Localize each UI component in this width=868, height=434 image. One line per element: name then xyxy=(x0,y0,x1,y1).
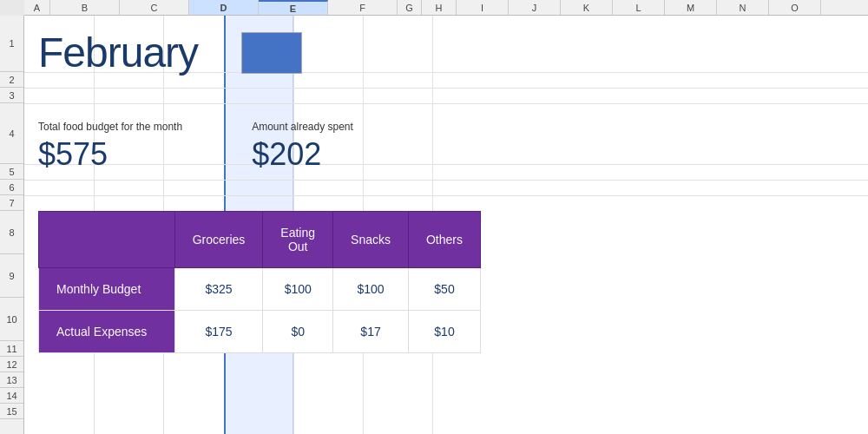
empty-rows-23 xyxy=(24,81,868,112)
table-header-eating-out: Eating Out xyxy=(263,212,333,268)
table-container: Groceries Eating Out Snacks Others Month… xyxy=(24,211,868,353)
monthly-budget-label: Monthly Budget xyxy=(39,268,175,311)
actual-expenses-snacks: $17 xyxy=(333,311,409,353)
actual-expenses-others: $10 xyxy=(408,311,480,353)
row-num-9[interactable]: 9 xyxy=(0,254,23,298)
row-num-1[interactable]: 1 xyxy=(0,16,23,72)
col-header-m[interactable]: L xyxy=(613,0,665,15)
table-header-groceries: Groceries xyxy=(174,212,263,268)
column-headers: A B C D E F G H I J K L M N O xyxy=(24,0,868,16)
row-num-5[interactable]: 5 xyxy=(0,164,23,180)
row-num-12[interactable]: 12 xyxy=(0,357,23,372)
row-num-7[interactable]: 7 xyxy=(0,195,23,211)
total-budget-label: Total food budget for the month xyxy=(38,121,182,133)
row-num-6[interactable]: 6 xyxy=(0,180,23,195)
spacer-rows-67 xyxy=(24,173,868,204)
col-header-i[interactable]: H xyxy=(422,0,457,15)
monthly-budget-others: $50 xyxy=(408,268,480,311)
actual-expenses-eating-out: $0 xyxy=(263,311,333,353)
table-header-empty xyxy=(39,212,175,268)
table-header-others: Others xyxy=(408,212,480,268)
actual-expenses-groceries: $175 xyxy=(174,311,263,353)
total-budget-value: $575 xyxy=(38,136,182,173)
stats-row: Total food budget for the month $575 Amo… xyxy=(24,112,868,173)
col-header-o[interactable]: N xyxy=(717,0,769,15)
row-num-15[interactable]: 15 xyxy=(0,404,23,419)
row-num-4[interactable]: 4 xyxy=(0,103,23,164)
row-num-3[interactable]: 3 xyxy=(0,88,23,103)
sheet-body: 1 2 3 4 5 6 7 8 9 10 11 12 13 14 15 xyxy=(0,16,868,434)
row-num-11[interactable]: 11 xyxy=(0,341,23,357)
col-header-b[interactable]: A xyxy=(24,0,50,15)
amount-spent-value: $202 xyxy=(252,136,353,173)
col-header-l[interactable]: K xyxy=(561,0,613,15)
monthly-budget-eating-out: $100 xyxy=(263,268,333,311)
col-header-d[interactable]: C xyxy=(120,0,189,15)
table-header-row: Groceries Eating Out Snacks Others xyxy=(39,212,481,268)
col-header-h[interactable]: G xyxy=(398,0,422,15)
col-header-e[interactable]: D xyxy=(189,0,259,15)
table-header-snacks: Snacks xyxy=(333,212,409,268)
col-header-g[interactable]: F xyxy=(328,0,398,15)
actual-expenses-label: Actual Expenses xyxy=(39,311,175,353)
total-budget-block: Total food budget for the month $575 xyxy=(38,121,182,173)
monthly-budget-snacks: $100 xyxy=(333,268,409,311)
col-header-c[interactable]: B xyxy=(50,0,120,15)
monthly-budget-groceries: $325 xyxy=(174,268,263,311)
title-row: February xyxy=(24,24,868,81)
row-num-14[interactable]: 14 xyxy=(0,388,23,404)
col-header-n[interactable]: M xyxy=(665,0,717,15)
col-header-f[interactable]: E xyxy=(259,0,328,15)
col-header-p[interactable]: O xyxy=(769,0,821,15)
table-row: Actual Expenses $175 $0 $17 $10 xyxy=(39,311,481,353)
row-num-2[interactable]: 2 xyxy=(0,72,23,88)
col-header-j[interactable]: I xyxy=(457,0,509,15)
row-num-10[interactable]: 10 xyxy=(0,298,23,341)
content-area: February Total food budget for the month… xyxy=(24,16,868,434)
col-header-k[interactable]: J xyxy=(509,0,561,15)
row-num-8[interactable]: 8 xyxy=(0,211,23,254)
row-numbers: 1 2 3 4 5 6 7 8 9 10 11 12 13 14 15 xyxy=(0,16,24,434)
spreadsheet: A B C D E F G H I J K L M N O 1 2 3 4 5 … xyxy=(0,0,868,434)
sheet-content[interactable]: February Total food budget for the month… xyxy=(24,16,868,434)
blue-swatch xyxy=(241,32,302,74)
amount-spent-label: Amount already spent xyxy=(252,121,353,133)
table-row: Monthly Budget $325 $100 $100 $50 xyxy=(39,268,481,311)
month-title: February xyxy=(38,29,198,76)
budget-table: Groceries Eating Out Snacks Others Month… xyxy=(38,211,481,353)
row-num-13[interactable]: 13 xyxy=(0,372,23,388)
amount-spent-block: Amount already spent $202 xyxy=(252,121,353,173)
